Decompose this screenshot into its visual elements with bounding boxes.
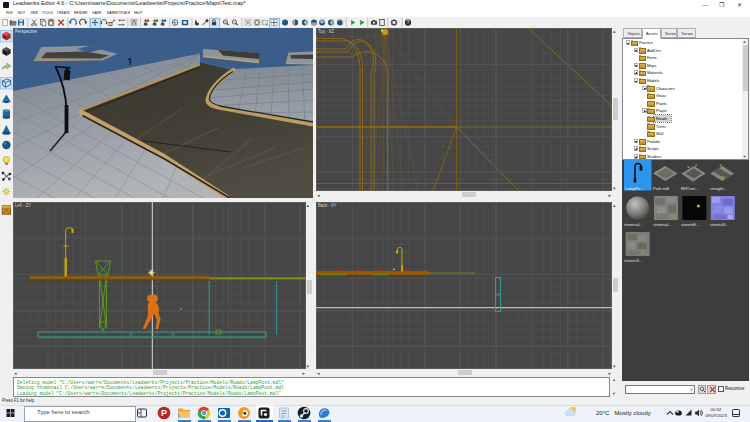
svg-text:?: ? <box>407 19 410 25</box>
svg-text:P: P <box>161 408 167 418</box>
